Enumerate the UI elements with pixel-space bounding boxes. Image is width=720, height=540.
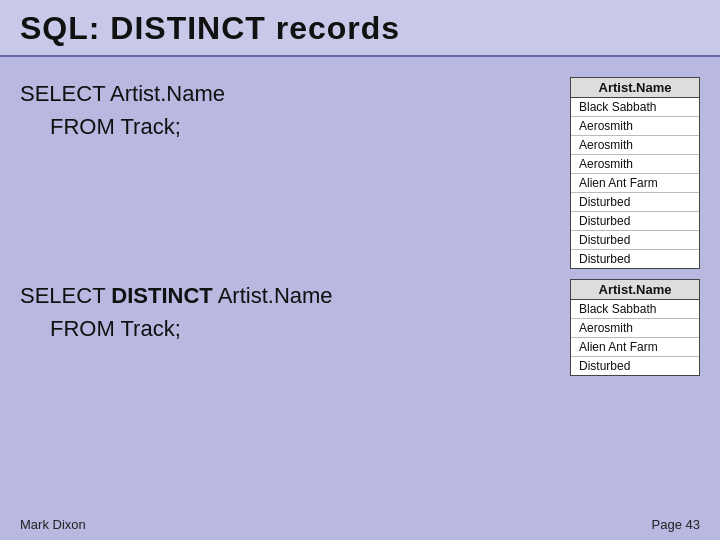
sql-block-1: SELECT Artist.Name FROM Track; (20, 77, 550, 143)
left-panel: SELECT Artist.Name FROM Track; (20, 77, 550, 269)
table-1: Artist.Name Black Sabbath Aerosmith Aero… (570, 77, 700, 269)
table-row: Alien Ant Farm (571, 174, 699, 193)
table-2: Artist.Name Black Sabbath Aerosmith Alie… (570, 279, 700, 376)
table-row: Disturbed (571, 231, 699, 250)
sql-select: SELECT (20, 283, 111, 308)
footer-author: Mark Dixon (20, 517, 86, 532)
table-row: Disturbed (571, 357, 699, 375)
sql-line2-1: SELECT DISTINCT Artist.Name (20, 279, 550, 312)
sql-distinct: DISTINCT (111, 283, 212, 308)
table-row: Alien Ant Farm (571, 338, 699, 357)
slide: SQL: DISTINCT records SELECT Artist.Name… (0, 0, 720, 540)
table-row: Aerosmith (571, 319, 699, 338)
table-row: Black Sabbath (571, 98, 699, 117)
table-row: Aerosmith (571, 136, 699, 155)
table-row: Disturbed (571, 250, 699, 268)
right-panel-1: Artist.Name Black Sabbath Aerosmith Aero… (570, 77, 700, 269)
table-row: Black Sabbath (571, 300, 699, 319)
content-area: SELECT Artist.Name FROM Track; Artist.Na… (0, 57, 720, 279)
table-2-header: Artist.Name (571, 280, 699, 300)
table-1-header: Artist.Name (571, 78, 699, 98)
footer: Mark Dixon Page 43 (20, 517, 700, 532)
title-bar: SQL: DISTINCT records (0, 0, 720, 57)
sql-line2-2: FROM Track; (20, 312, 550, 345)
sql-line1-2: FROM Track; (20, 110, 550, 143)
second-section: SELECT DISTINCT Artist.Name FROM Track; … (0, 279, 720, 376)
sql-block-2: SELECT DISTINCT Artist.Name FROM Track; (20, 279, 550, 345)
sql-line1-1: SELECT Artist.Name (20, 77, 550, 110)
table-row: Aerosmith (571, 155, 699, 174)
table-row: Aerosmith (571, 117, 699, 136)
right-panel-2: Artist.Name Black Sabbath Aerosmith Alie… (570, 279, 700, 376)
table-row: Disturbed (571, 212, 699, 231)
sql-artistname: Artist.Name (213, 283, 333, 308)
footer-page: Page 43 (652, 517, 700, 532)
table-row: Disturbed (571, 193, 699, 212)
slide-title: SQL: DISTINCT records (20, 10, 400, 46)
